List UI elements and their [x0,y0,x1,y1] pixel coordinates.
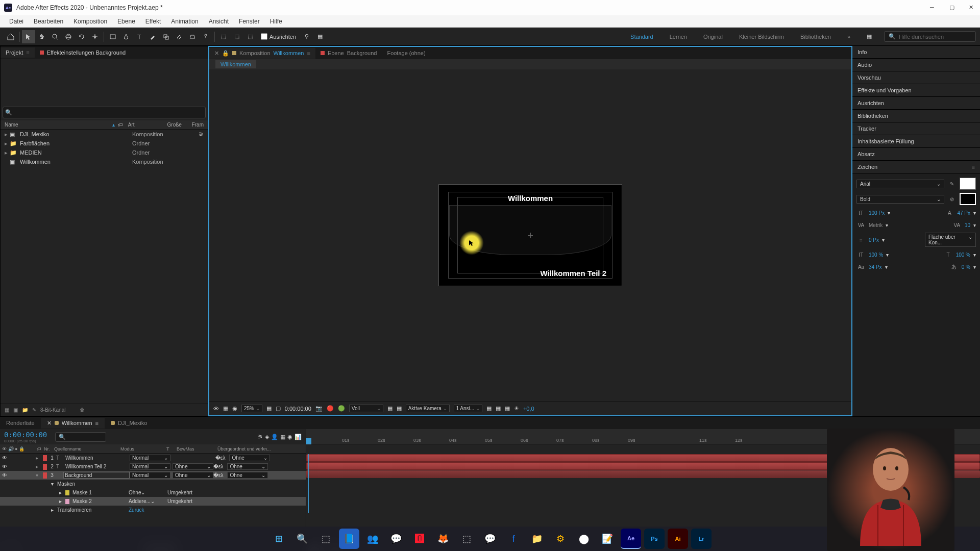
snap-options-icon[interactable]: ⚲ [300,30,313,43]
menu-ebene[interactable]: Ebene [112,18,140,25]
new-folder-icon[interactable]: 📁 [22,407,28,413]
comp-flowchart-icon[interactable]: ⚞ [258,434,263,440]
local-axis-icon[interactable]: ⬚ [217,30,230,43]
tab-footage[interactable]: Footage (ohne) [382,48,430,58]
project-item[interactable]: ▸▣ DJI_Mexiko Komposition ⚞ [1,130,208,139]
rect-tool[interactable] [106,30,119,43]
lightroom-icon[interactable]: Lr [691,529,712,549]
panel-vorschau[interactable]: Vorschau [852,71,980,84]
menu-animation[interactable]: Animation [166,18,203,25]
eraser-tool[interactable] [173,30,186,43]
parent-dropdown[interactable]: Ohne⌄ [227,472,268,479]
blend-mode-dropdown[interactable]: Normal⌄ [130,463,170,470]
tab-layer[interactable]: Ebene Background [315,48,382,58]
blend-mode-dropdown[interactable]: Normal⌄ [130,455,170,461]
brush-tool[interactable] [146,30,159,43]
menu-hilfe[interactable]: Hilfe [265,18,287,25]
clone-tool[interactable] [159,30,173,43]
timeline-layer[interactable]: 👁 ▸ 2 T Willkommen Teil 2 Normal⌄ Ohne⌄ … [0,462,306,471]
no-fill-icon[interactable]: ⊘ [947,194,957,204]
trash-icon[interactable]: 🗑 [80,407,85,413]
close-button[interactable]: ✕ [969,4,976,11]
start-button[interactable]: ⊞ [268,529,289,549]
illustrator-icon[interactable]: Ai [668,529,688,549]
visibility-toggle[interactable]: 👁 [2,472,9,478]
pixel-ar-icon[interactable]: ▦ [486,405,492,412]
roi-icon[interactable]: ▢ [276,405,281,412]
tab-timeline-mexiko[interactable]: DJI_Mexiko [105,418,153,428]
world-axis-icon[interactable]: ⬚ [230,30,243,43]
mask-item[interactable]: ▸ Maske 2 Addiere...⌄ Umgekehrt [0,497,306,506]
adjust-exposure-icon[interactable]: ☀ [514,405,519,412]
mask-mode-dropdown[interactable]: Ohne⌄ [129,490,159,495]
font-weight-dropdown[interactable]: Bold⌄ [856,195,944,204]
roto-tool[interactable] [186,30,199,43]
photoshop-icon[interactable]: Ps [644,529,665,549]
minimize-button[interactable]: ─ [930,4,937,11]
blend-mode-dropdown[interactable]: Normal⌄ [130,472,170,479]
tab-project[interactable]: Projekt ≡ [1,47,35,58]
workspace-overflow[interactable]: » [843,32,854,42]
tab-timeline-willkommen[interactable]: ✕Willkommen≡ [41,418,105,429]
camera-dropdown[interactable]: Aktive Kamera ⌄ [406,405,450,412]
resolution-icon[interactable]: ▦ [266,405,272,412]
workspace-bibliotheken[interactable]: Bibliotheken [796,32,835,42]
after-effects-icon[interactable]: Ae [621,529,641,549]
trkmat-dropdown[interactable]: Ohne⌄ [173,472,213,479]
menu-ansicht[interactable]: Ansicht [204,18,234,25]
fill-color-swatch[interactable] [960,178,976,190]
fast-preview-icon[interactable]: ▦ [387,405,393,412]
snapshot-icon[interactable]: 📷 [315,405,323,412]
masks-group[interactable]: ▾Masken [0,480,306,488]
firefox-icon[interactable]: 🦊 [433,529,453,549]
workspace-lernen[interactable]: Lernen [666,32,691,42]
menu-datei[interactable]: Datei [4,18,29,25]
snap-checkbox[interactable]: Ausrichten [261,33,296,40]
panel-libraries[interactable]: Bibliotheken [852,110,980,122]
grid-icon[interactable]: ▦ [496,405,501,412]
flowchart-icon[interactable]: ⚞ [199,131,204,138]
timeline-search[interactable]: 🔍 [55,432,106,442]
visibility-toggle[interactable]: 👁 [2,464,9,469]
help-search[interactable]: 🔍 Hilfe durchsuchen [884,31,976,42]
visibility-toggle[interactable]: 👁 [2,455,9,461]
tab-effect-controls[interactable]: Effekteinstellungen Background [35,47,131,58]
project-search[interactable]: 🔍 [3,107,206,118]
tracking-value[interactable]: 10 [965,222,970,228]
font-size-value[interactable]: 100 Px [869,210,885,216]
new-comp-icon[interactable]: ▣ [13,407,18,413]
panel-effects-presets[interactable]: Effekte und Vorgaben [852,84,980,97]
timeline-layer[interactable]: 👁 ▾ 3 Background Normal⌄ Ohne⌄ �ελ Ohne⌄ [0,471,306,480]
panel-character-header[interactable]: Zeichen≡ [852,161,980,173]
views-dropdown[interactable]: 1 Ansi... ⌄ [454,405,482,412]
opera-icon[interactable]: 🅾 [409,529,430,549]
project-item[interactable]: ▸📁 Farbflächen Ordner [1,139,208,148]
facebook-icon[interactable]: f [503,529,524,549]
menu-komposition[interactable]: Komposition [68,18,112,25]
kerning-value[interactable]: Metrik [869,222,883,228]
search-button[interactable]: 🔍 [292,529,312,549]
comp-breadcrumb[interactable]: Willkommen [209,59,851,69]
menu-bearbeiten[interactable]: Bearbeiten [29,18,68,25]
view-axis-icon[interactable]: ⬚ [243,30,257,43]
guides-icon[interactable]: ▦ [505,405,510,412]
pen-tool[interactable] [119,30,133,43]
panel-tracker[interactable]: Tracker [852,122,980,135]
tsume-value[interactable]: 0 % [962,264,970,270]
viewer-area[interactable]: Willkommen Willkommen Teil 2 [209,69,851,401]
mask-mode-dropdown[interactable]: Addiere...⌄ [129,498,159,504]
project-item[interactable]: ▣ Willkommen Komposition [1,157,208,166]
playhead[interactable] [306,438,311,444]
workspace-settings-icon[interactable]: ▦ [863,30,876,43]
menu-fenster[interactable]: Fenster [234,18,265,25]
rotate-tool[interactable] [75,30,88,43]
timeline-layer[interactable]: 👁 ▸ 1 T Willkommen Normal⌄ �ελ Ohne⌄ [0,454,306,462]
interpret-icon[interactable]: ▦ [5,407,9,413]
3d-icon[interactable]: ▦ [397,405,402,412]
puppet-tool[interactable] [199,30,212,43]
teams-icon[interactable]: 👥 [362,529,383,549]
app-icon[interactable]: ⬚ [456,529,477,549]
whatsapp-icon[interactable]: 💬 [386,529,406,549]
obs-icon[interactable]: ⬤ [574,529,594,549]
mask-icon[interactable]: ◉ [232,405,237,412]
